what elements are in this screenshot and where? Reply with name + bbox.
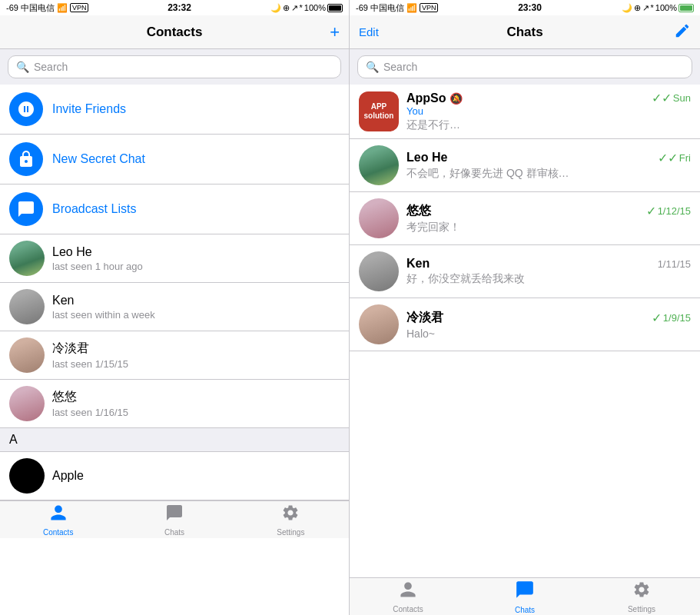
right-tab-chats[interactable]: Chats	[466, 578, 583, 615]
right-signal: -69 中国电信	[356, 2, 404, 14]
lendan-info: 冷淡君 last seen 1/15/15	[52, 341, 340, 370]
leo-name: Leo He	[52, 245, 340, 259]
lendan-name: 冷淡君	[52, 341, 340, 357]
lendan-chat-avatar	[359, 304, 399, 344]
contact-ken[interactable]: Ken last seen within a week	[0, 283, 349, 331]
ken-time: 1/11/15	[658, 258, 691, 270]
right-tab-bar: Contacts Chats Settings	[350, 577, 700, 615]
lendan-avatar	[9, 337, 45, 373]
left-search-input-wrap[interactable]: 🔍 Search	[8, 55, 341, 78]
right-tab-settings[interactable]: Settings	[583, 578, 700, 615]
right-contacts-icon	[399, 580, 417, 603]
leo-time: Fri	[679, 152, 691, 164]
ken-name: Ken	[52, 294, 340, 308]
youyou-chat-msg: 考完回家！	[406, 221, 691, 234]
chat-lendan[interactable]: 冷淡君 ✓ 1/9/15 Halo~	[350, 298, 700, 351]
apple-name: Apple	[52, 469, 340, 483]
left-tab-contacts[interactable]: Contacts	[0, 501, 116, 538]
left-add-button[interactable]: +	[320, 22, 349, 42]
right-spacer	[350, 351, 700, 577]
left-nav-bar: Contacts +	[0, 15, 349, 49]
right-wifi-icon: 📶	[406, 3, 417, 13]
broadcast-icon	[9, 192, 43, 226]
left-tab-chats[interactable]: Chats	[116, 501, 232, 538]
appso-name: AppSo	[406, 91, 446, 105]
leo-chat-info: Leo He ✓✓ Fri 不会吧，好像要先进 QQ 群审核…	[406, 151, 691, 181]
left-chats-icon	[165, 504, 184, 527]
lendan-chat-header: 冷淡君 ✓ 1/9/15	[406, 310, 691, 326]
youyou-name: 悠悠	[52, 389, 340, 405]
right-chats-icon	[515, 580, 535, 604]
youyou-time-row: ✓ 1/12/15	[646, 204, 691, 218]
appso-check-icon: ✓✓	[652, 91, 672, 105]
ken-chat-name: Ken	[406, 257, 430, 271]
appso-msg: 还是不行…	[406, 118, 691, 132]
youyou-sub: last seen 1/16/15	[52, 407, 340, 418]
invite-friends-label: Invite Friends	[52, 102, 340, 116]
left-bt-icon: *	[300, 3, 303, 12]
appso-muted-icon: 🔕	[450, 92, 463, 105]
youyou-time: 1/12/15	[658, 205, 691, 217]
lendan-chat-name: 冷淡君	[406, 310, 443, 326]
right-tab-settings-label: Settings	[628, 605, 655, 613]
chat-appso[interactable]: APPsolution AppSo 🔕 ✓✓ Sun You 还是不行…	[350, 85, 700, 139]
right-tab-contacts[interactable]: Contacts	[350, 578, 466, 615]
left-tab-bar: Contacts Chats Settings	[0, 500, 349, 538]
appso-avatar: APPsolution	[359, 91, 399, 131]
appso-header: AppSo 🔕 ✓✓ Sun	[406, 91, 691, 105]
youyou-chat-header: 悠悠 ✓ 1/12/15	[406, 203, 691, 219]
new-secret-chat-item[interactable]: New Secret Chat	[0, 135, 349, 184]
leo-chat-avatar	[359, 145, 399, 185]
invite-friends-item[interactable]: Invite Friends	[0, 85, 349, 135]
ken-chat-msg: 好，你没空就丢给我来改	[406, 272, 691, 286]
right-edit-button[interactable]: Edit	[350, 25, 388, 38]
contact-lendan[interactable]: 冷淡君 last seen 1/15/15	[0, 331, 349, 380]
secret-chat-icon	[9, 142, 43, 176]
appso-info: AppSo 🔕 ✓✓ Sun You 还是不行…	[406, 91, 691, 132]
leo-check-icon: ✓✓	[658, 151, 678, 165]
leo-chat-header: Leo He ✓✓ Fri	[406, 151, 691, 165]
apple-item[interactable]: Apple	[0, 452, 349, 500]
youyou-chat-avatar	[359, 198, 399, 238]
right-settings-icon	[632, 580, 651, 603]
right-status-bar: -69 中国电信 📶 VPN 23:30 🌙 ⊕ ↗ * 100%	[350, 0, 700, 15]
contact-leo-he[interactable]: Leo He last seen 1 hour ago	[0, 234, 349, 283]
appso-logo-text: APPsolution	[364, 102, 394, 121]
contact-youyou[interactable]: 悠悠 last seen 1/16/15	[0, 380, 349, 428]
left-battery-icon	[327, 4, 343, 12]
ken-sub: last seen within a week	[52, 309, 340, 321]
appso-name-row: AppSo 🔕	[406, 91, 463, 105]
ken-chat-info: Ken 1/11/15 好，你没空就丢给我来改	[406, 257, 691, 286]
left-vpn-badge: VPN	[70, 3, 89, 12]
right-time: 23:30	[518, 2, 542, 13]
left-tab-settings[interactable]: Settings	[233, 501, 349, 538]
chat-youyou[interactable]: 悠悠 ✓ 1/12/15 考完回家！	[350, 192, 700, 245]
section-a-header: A	[0, 428, 349, 452]
youyou-avatar	[9, 386, 45, 421]
left-panel: -69 中国电信 📶 VPN 23:32 🌙 ⊕ ↗ * 100% Contac…	[0, 0, 350, 615]
right-tab-contacts-label: Contacts	[393, 605, 423, 613]
left-tab-chats-label: Chats	[164, 528, 184, 537]
left-status-bar: -69 中国电信 📶 VPN 23:32 🌙 ⊕ ↗ * 100%	[0, 0, 349, 15]
right-vpn-badge: VPN	[420, 3, 439, 12]
lendan-time: 1/9/15	[663, 312, 691, 324]
left-compass-icon: ⊕	[283, 3, 290, 13]
ken-avatar	[9, 289, 45, 324]
right-search-input-wrap[interactable]: 🔍 Search	[357, 55, 692, 78]
broadcast-lists-item[interactable]: Broadcast Lists	[0, 184, 349, 234]
left-settings-icon	[281, 504, 300, 527]
chat-leo-he[interactable]: Leo He ✓✓ Fri 不会吧，好像要先进 QQ 群审核…	[350, 139, 700, 192]
right-compose-button[interactable]	[674, 22, 691, 42]
left-tab-contacts-label: Contacts	[43, 528, 73, 537]
leo-sub: last seen 1 hour ago	[52, 261, 340, 272]
leo-chat-name: Leo He	[406, 151, 447, 165]
right-search-icon: 🔍	[366, 61, 379, 73]
right-battery-icon	[678, 4, 694, 12]
leo-time-row: ✓✓ Fri	[658, 151, 691, 165]
left-wifi-icon: 📶	[57, 3, 68, 13]
ken-chat-avatar	[359, 251, 399, 291]
left-signal: -69 中国电信	[6, 2, 55, 14]
right-arrow-icon: ↗	[642, 3, 649, 13]
left-search-placeholder: Search	[34, 61, 68, 73]
chat-ken[interactable]: Ken 1/11/15 好，你没空就丢给我来改	[350, 245, 700, 298]
